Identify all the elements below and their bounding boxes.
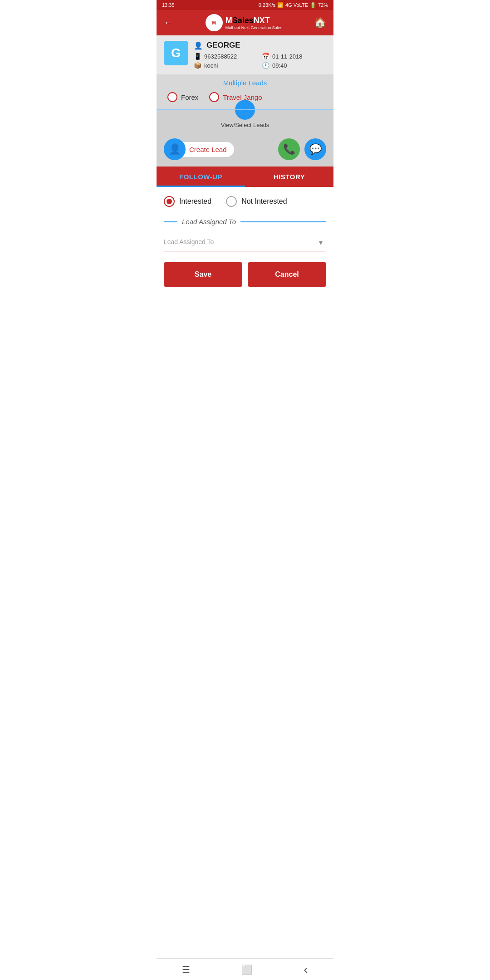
tab-followup[interactable]: FOLLOW-UP	[157, 167, 245, 187]
contact-phone: 9632588522	[204, 53, 237, 60]
home-button[interactable]: 🏠	[314, 17, 326, 29]
section-title: Lead Assigned To	[182, 218, 236, 225]
interested-label: Interested	[179, 197, 211, 206]
location-icon: 📦	[194, 62, 201, 69]
contact-info: 👤 GEORGE 📱 9632588522 📅 01-11-2018 📦 koc…	[194, 41, 326, 69]
phone-icon: 📱	[194, 53, 201, 60]
tab-history[interactable]: HISTORY	[245, 167, 333, 187]
action-row: 👤 Create Lead 📞 💬	[157, 134, 333, 167]
view-select-section: − View/Select Leads	[157, 109, 333, 134]
contact-date: 01-11-2018	[272, 53, 303, 60]
avatar: G	[164, 41, 188, 65]
logo-icon: M	[206, 14, 223, 31]
forex-label: Forex	[181, 93, 198, 101]
save-button[interactable]: Save	[164, 262, 242, 287]
status-time: 13:35	[162, 2, 175, 8]
multiple-leads-title: Multiple Leads	[164, 79, 326, 87]
form-buttons: Save Cancel	[164, 262, 326, 287]
contact-location: kochi	[204, 62, 218, 69]
followup-content: Interested Not Interested Lead Assigned …	[157, 187, 333, 296]
section-line-left	[164, 221, 177, 222]
app-name: MSalesNXT	[225, 16, 270, 25]
calendar-icon: 📅	[262, 53, 270, 60]
interest-row: Interested Not Interested	[164, 196, 326, 207]
contact-time: 09:40	[272, 62, 287, 69]
lead-assigned-select[interactable]: Lead Assigned To	[164, 233, 326, 251]
view-select-label[interactable]: View/Select Leads	[221, 122, 270, 128]
tabs: FOLLOW-UP HISTORY	[157, 167, 333, 187]
lead-option-forex[interactable]: Forex	[167, 92, 198, 102]
forex-radio[interactable]	[167, 92, 177, 102]
status-bar: 13:35 0.23K/s 📶 4G VoLTE 🔋 72%	[157, 0, 333, 10]
minus-button[interactable]: −	[235, 100, 255, 120]
interested-option[interactable]: Interested	[164, 196, 211, 207]
create-lead-button[interactable]: 👤 Create Lead	[164, 138, 234, 160]
status-battery: 72%	[318, 2, 328, 8]
message-button[interactable]: 💬	[304, 138, 326, 160]
divider-top	[157, 109, 333, 110]
status-signal: 📶	[277, 2, 284, 8]
status-volte: 4G VoLTE	[285, 2, 308, 8]
not-interested-label: Not Interested	[241, 197, 287, 206]
travel-radio[interactable]	[209, 92, 219, 102]
lead-assigned-section-header: Lead Assigned To	[164, 218, 326, 225]
cancel-button[interactable]: Cancel	[248, 262, 326, 287]
back-button[interactable]: ←	[164, 17, 174, 29]
person-icon: 👤	[194, 41, 203, 50]
app-logo: M MSalesNXT Muthoot Next Generation Sale…	[206, 14, 283, 31]
section-line-right	[240, 221, 326, 222]
not-interested-radio[interactable]	[226, 196, 237, 207]
interested-radio[interactable]	[164, 196, 175, 207]
create-lead-icon: 👤	[164, 138, 186, 160]
app-header: ← M MSalesNXT Muthoot Next Generation Sa…	[157, 10, 333, 35]
create-lead-label: Create Lead	[180, 142, 234, 157]
contact-name: GEORGE	[206, 41, 240, 50]
status-network: 0.23K/s	[259, 2, 275, 8]
call-button[interactable]: 📞	[278, 138, 300, 160]
contact-card: G 👤 GEORGE 📱 9632588522 📅 01-11-2018 📦 k…	[157, 35, 333, 74]
app-subtext: Muthoot Next Generation Sales	[225, 25, 283, 30]
status-battery-icon: 🔋	[310, 2, 316, 8]
action-icons: 📞 💬	[278, 138, 326, 160]
lead-assigned-dropdown-wrapper: Lead Assigned To ▾	[164, 233, 326, 251]
lead-option-travel[interactable]: Travel Jango	[209, 92, 262, 102]
clock-icon: 🕐	[262, 62, 270, 69]
not-interested-option[interactable]: Not Interested	[226, 196, 287, 207]
